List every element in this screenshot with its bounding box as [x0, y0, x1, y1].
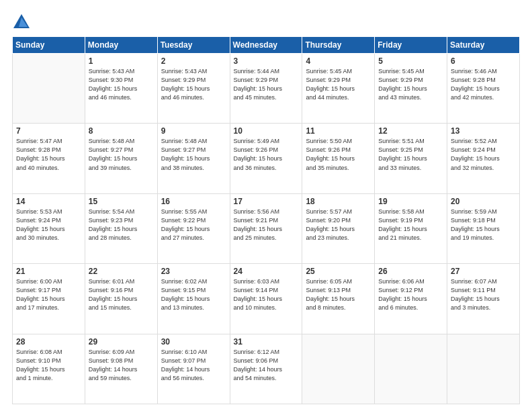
day-info: Sunrise: 6:12 AM Sunset: 9:06 PM Dayligh… — [234, 348, 299, 383]
day-number: 19 — [378, 197, 443, 206]
calendar-week-1: 1Sunrise: 5:43 AM Sunset: 9:30 PM Daylig… — [13, 54, 520, 124]
calendar-week-3: 14Sunrise: 5:53 AM Sunset: 9:24 PM Dayli… — [13, 193, 520, 263]
calendar-cell: 4Sunrise: 5:45 AM Sunset: 9:29 PM Daylig… — [302, 54, 375, 124]
calendar-cell — [302, 334, 375, 404]
calendar-cell: 12Sunrise: 5:51 AM Sunset: 9:25 PM Dayli… — [375, 124, 447, 193]
weekday-header-sunday: Sunday — [13, 37, 85, 54]
calendar-cell — [375, 334, 447, 404]
calendar-cell: 8Sunrise: 5:48 AM Sunset: 9:27 PM Daylig… — [85, 124, 157, 193]
day-number: 20 — [451, 197, 516, 206]
logo — [12, 12, 34, 31]
day-number: 26 — [378, 267, 443, 276]
calendar-week-4: 21Sunrise: 6:00 AM Sunset: 9:17 PM Dayli… — [13, 264, 520, 334]
header — [12, 12, 520, 31]
day-number: 7 — [16, 126, 81, 136]
day-number: 11 — [306, 126, 371, 136]
day-info: Sunrise: 6:00 AM Sunset: 9:17 PM Dayligh… — [16, 277, 81, 312]
calendar-cell: 1Sunrise: 5:43 AM Sunset: 9:30 PM Daylig… — [85, 54, 157, 124]
calendar-cell: 18Sunrise: 5:57 AM Sunset: 9:20 PM Dayli… — [302, 193, 375, 263]
day-number: 3 — [234, 56, 299, 66]
calendar-table: SundayMondayTuesdayWednesdayThursdayFrid… — [12, 36, 520, 404]
calendar-cell: 31Sunrise: 6:12 AM Sunset: 9:06 PM Dayli… — [230, 334, 302, 404]
day-number: 22 — [89, 267, 154, 276]
day-number: 18 — [306, 197, 371, 206]
day-info: Sunrise: 6:03 AM Sunset: 9:14 PM Dayligh… — [234, 277, 299, 312]
calendar-cell: 6Sunrise: 5:46 AM Sunset: 9:28 PM Daylig… — [447, 54, 520, 124]
calendar-cell: 24Sunrise: 6:03 AM Sunset: 9:14 PM Dayli… — [230, 264, 302, 334]
day-number: 15 — [89, 197, 154, 206]
day-number: 8 — [89, 126, 154, 136]
day-number: 31 — [234, 337, 299, 347]
calendar-cell: 16Sunrise: 5:55 AM Sunset: 9:22 PM Dayli… — [157, 193, 230, 263]
calendar-cell: 7Sunrise: 5:47 AM Sunset: 9:28 PM Daylig… — [13, 124, 85, 193]
calendar-cell: 26Sunrise: 6:06 AM Sunset: 9:12 PM Dayli… — [375, 264, 447, 334]
calendar-cell: 30Sunrise: 6:10 AM Sunset: 9:07 PM Dayli… — [157, 334, 230, 404]
day-number: 5 — [378, 56, 443, 66]
day-info: Sunrise: 5:53 AM Sunset: 9:24 PM Dayligh… — [16, 208, 81, 242]
day-info: Sunrise: 5:48 AM Sunset: 9:27 PM Dayligh… — [89, 137, 154, 172]
logo-icon — [12, 12, 31, 31]
day-number: 4 — [306, 56, 371, 66]
day-info: Sunrise: 5:43 AM Sunset: 9:30 PM Dayligh… — [89, 67, 154, 102]
day-info: Sunrise: 6:07 AM Sunset: 9:11 PM Dayligh… — [451, 277, 516, 312]
calendar-cell: 25Sunrise: 6:05 AM Sunset: 9:13 PM Dayli… — [302, 264, 375, 334]
day-info: Sunrise: 5:52 AM Sunset: 9:24 PM Dayligh… — [451, 137, 516, 172]
calendar-cell — [447, 334, 520, 404]
calendar-week-5: 28Sunrise: 6:08 AM Sunset: 9:10 PM Dayli… — [13, 334, 520, 404]
calendar-cell: 27Sunrise: 6:07 AM Sunset: 9:11 PM Dayli… — [447, 264, 520, 334]
day-info: Sunrise: 5:45 AM Sunset: 9:29 PM Dayligh… — [378, 67, 443, 102]
calendar-cell: 17Sunrise: 5:56 AM Sunset: 9:21 PM Dayli… — [230, 193, 302, 263]
calendar-cell: 22Sunrise: 6:01 AM Sunset: 9:16 PM Dayli… — [85, 264, 157, 334]
calendar-page: SundayMondayTuesdayWednesdayThursdayFrid… — [0, 0, 532, 411]
calendar-body: 1Sunrise: 5:43 AM Sunset: 9:30 PM Daylig… — [13, 54, 520, 404]
day-info: Sunrise: 6:10 AM Sunset: 9:07 PM Dayligh… — [161, 348, 226, 383]
day-info: Sunrise: 5:51 AM Sunset: 9:25 PM Dayligh… — [378, 137, 443, 172]
day-info: Sunrise: 6:09 AM Sunset: 9:08 PM Dayligh… — [89, 348, 154, 383]
day-number: 9 — [161, 126, 226, 136]
day-info: Sunrise: 5:55 AM Sunset: 9:22 PM Dayligh… — [161, 208, 226, 242]
day-info: Sunrise: 5:44 AM Sunset: 9:29 PM Dayligh… — [234, 67, 299, 102]
day-info: Sunrise: 6:05 AM Sunset: 9:13 PM Dayligh… — [306, 277, 371, 312]
weekday-header-tuesday: Tuesday — [157, 37, 230, 54]
day-info: Sunrise: 5:48 AM Sunset: 9:27 PM Dayligh… — [161, 137, 226, 172]
day-info: Sunrise: 5:58 AM Sunset: 9:19 PM Dayligh… — [378, 208, 443, 242]
day-info: Sunrise: 6:08 AM Sunset: 9:10 PM Dayligh… — [16, 348, 81, 383]
calendar-cell: 5Sunrise: 5:45 AM Sunset: 9:29 PM Daylig… — [375, 54, 447, 124]
day-info: Sunrise: 6:01 AM Sunset: 9:16 PM Dayligh… — [89, 277, 154, 312]
day-info: Sunrise: 5:47 AM Sunset: 9:28 PM Dayligh… — [16, 137, 81, 172]
calendar-week-2: 7Sunrise: 5:47 AM Sunset: 9:28 PM Daylig… — [13, 124, 520, 193]
day-number: 14 — [16, 197, 81, 206]
day-info: Sunrise: 5:54 AM Sunset: 9:23 PM Dayligh… — [89, 208, 154, 242]
day-info: Sunrise: 5:56 AM Sunset: 9:21 PM Dayligh… — [234, 208, 299, 242]
weekday-header-thursday: Thursday — [302, 37, 375, 54]
day-info: Sunrise: 5:50 AM Sunset: 9:26 PM Dayligh… — [306, 137, 371, 172]
calendar-cell — [13, 54, 85, 124]
day-number: 10 — [234, 126, 299, 136]
day-info: Sunrise: 5:49 AM Sunset: 9:26 PM Dayligh… — [234, 137, 299, 172]
calendar-cell: 20Sunrise: 5:59 AM Sunset: 9:18 PM Dayli… — [447, 193, 520, 263]
calendar-cell: 15Sunrise: 5:54 AM Sunset: 9:23 PM Dayli… — [85, 193, 157, 263]
day-number: 30 — [161, 337, 226, 347]
day-number: 1 — [89, 56, 154, 66]
calendar-cell: 23Sunrise: 6:02 AM Sunset: 9:15 PM Dayli… — [157, 264, 230, 334]
day-number: 24 — [234, 267, 299, 276]
weekday-row: SundayMondayTuesdayWednesdayThursdayFrid… — [13, 37, 520, 54]
day-number: 25 — [306, 267, 371, 276]
day-number: 27 — [451, 267, 516, 276]
day-info: Sunrise: 6:02 AM Sunset: 9:15 PM Dayligh… — [161, 277, 226, 312]
weekday-header-saturday: Saturday — [447, 37, 520, 54]
day-info: Sunrise: 6:06 AM Sunset: 9:12 PM Dayligh… — [378, 277, 443, 312]
day-info: Sunrise: 5:46 AM Sunset: 9:28 PM Dayligh… — [451, 67, 516, 102]
calendar-cell: 28Sunrise: 6:08 AM Sunset: 9:10 PM Dayli… — [13, 334, 85, 404]
weekday-header-wednesday: Wednesday — [230, 37, 302, 54]
day-number: 2 — [161, 56, 226, 66]
calendar-header: SundayMondayTuesdayWednesdayThursdayFrid… — [13, 37, 520, 54]
calendar-cell: 29Sunrise: 6:09 AM Sunset: 9:08 PM Dayli… — [85, 334, 157, 404]
day-number: 21 — [16, 267, 81, 276]
calendar-cell: 21Sunrise: 6:00 AM Sunset: 9:17 PM Dayli… — [13, 264, 85, 334]
day-number: 17 — [234, 197, 299, 206]
day-number: 16 — [161, 197, 226, 206]
day-number: 23 — [161, 267, 226, 276]
calendar-cell: 2Sunrise: 5:43 AM Sunset: 9:29 PM Daylig… — [157, 54, 230, 124]
day-number: 13 — [451, 126, 516, 136]
